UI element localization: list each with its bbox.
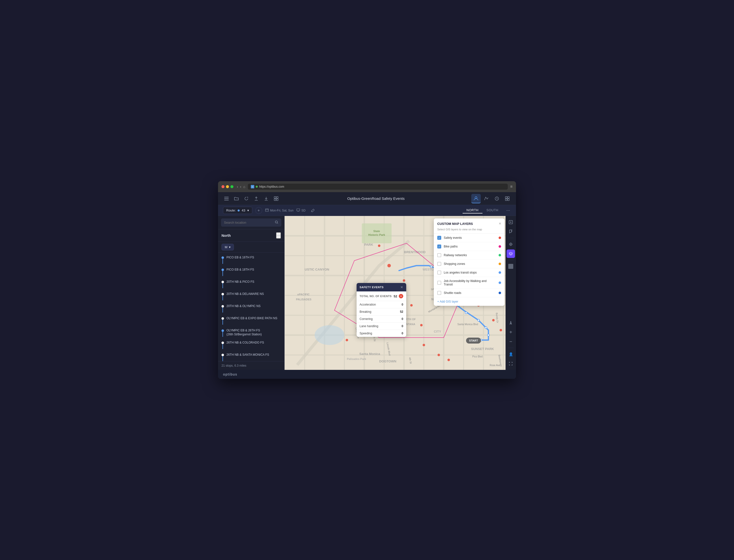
upload-btn[interactable] [252, 194, 261, 203]
location-tool-btn[interactable] [507, 240, 515, 248]
tab-north[interactable]: NORTH [463, 207, 483, 213]
stop-dot [221, 269, 224, 271]
browser-menu-btn[interactable]: ≡ [510, 184, 513, 189]
layer-item[interactable]: Safety events [434, 234, 505, 242]
layer-item[interactable]: Bike paths [434, 242, 505, 251]
person-tool-btn[interactable] [471, 194, 481, 203]
toolbar-left [222, 194, 280, 203]
stop-item[interactable]: OLYMPIC EB & 26TH FS(26th St/Bergamot St… [218, 327, 284, 339]
svg-text:Historic Park: Historic Park [368, 233, 386, 236]
stop-item[interactable]: 20TH NB & OLYMPIC NS [218, 302, 284, 315]
safety-popup-close-btn[interactable]: ✕ [400, 285, 403, 289]
stop-item[interactable]: PICO EB & 16TH FS [218, 254, 284, 266]
layer-checkbox[interactable] [437, 253, 441, 257]
layer-checkbox[interactable] [437, 281, 441, 285]
stop-item[interactable]: PICO EB & 18TH FS [218, 266, 284, 278]
stop-item[interactable]: OLYMPIC EB & EXPO BIKE PATH NS [218, 315, 284, 327]
toolbar-right [471, 194, 512, 203]
url-bar[interactable]: O https://optibus.com [248, 184, 508, 190]
settings-btn[interactable] [272, 194, 280, 203]
download-btn[interactable] [262, 194, 271, 203]
more-options-btn[interactable]: ··· [505, 208, 511, 213]
svg-text:DOGTOWN: DOGTOWN [379, 359, 396, 363]
svg-text:PARK: PARK [364, 243, 373, 246]
route-selector[interactable]: Route: 43 ▾ [223, 207, 252, 214]
add-route-btn[interactable]: + [255, 207, 262, 214]
layer-checkbox[interactable] [437, 245, 441, 248]
sub-toolbar: Route: 43 ▾ + Mon-Fri, Sat, Sun [218, 205, 516, 216]
map-area[interactable]: State Historic Park USTIC CANYON oPACIFI… [284, 216, 516, 370]
browser-window: ‹ › ⌂ O https://optibus.com ≡ [218, 181, 516, 379]
stop-item[interactable]: 20TH NB & PICO FS [218, 278, 284, 290]
layer-item[interactable]: Railway networks [434, 251, 505, 260]
expand-tool-btn[interactable] [507, 218, 515, 226]
hamburger-btn[interactable] [222, 194, 231, 203]
fullscreen-btn[interactable] [507, 359, 515, 368]
svg-point-87 [423, 344, 425, 346]
search-input-wrap[interactable] [221, 218, 281, 227]
search-input[interactable] [224, 221, 273, 224]
stop-item[interactable]: 26TH NB & SANTA MONICA FS [218, 351, 284, 361]
layer-checkbox[interactable] [437, 236, 441, 240]
mode-btn[interactable]: M ▾ [221, 244, 234, 250]
svg-point-81 [500, 329, 502, 331]
svg-rect-0 [224, 197, 229, 197]
svg-point-38 [314, 325, 344, 345]
close-window-btn[interactable] [221, 185, 224, 188]
satellite-tool-btn[interactable] [507, 262, 515, 271]
url-text: https://optibus.com [259, 185, 284, 188]
stop-item[interactable]: 20TH NB & DELAWARE NS [218, 290, 284, 302]
layer-checkbox[interactable] [437, 271, 441, 275]
layers-header: CUSTOM MAP LAYERS × [434, 218, 505, 228]
layer-item[interactable]: Job Accessibility by Walking and Transit [434, 277, 505, 289]
left-panel: North ··· M ▾ PICO EB & 16TH FS PICO EB … [218, 216, 284, 370]
svg-point-72 [403, 279, 405, 282]
folder-btn[interactable] [232, 194, 241, 203]
svg-text:State: State [374, 230, 380, 233]
layer-checkbox[interactable] [437, 291, 441, 295]
refresh-btn[interactable] [242, 194, 251, 203]
forward-btn[interactable]: › [240, 185, 241, 189]
layers-close-btn[interactable]: × [499, 221, 501, 226]
navigate-tool-btn[interactable] [507, 318, 515, 327]
window-controls [221, 185, 233, 188]
back-btn[interactable]: ‹ [237, 185, 238, 189]
event-name: Acceleration [359, 303, 376, 306]
layer-color-dot [499, 237, 501, 239]
tab-south[interactable]: SOUTH [483, 207, 502, 213]
stop-item[interactable]: 26TH NB & COLORADO FS [218, 339, 284, 351]
zoom-in-btn[interactable]: + [507, 328, 515, 336]
clock-tool-btn[interactable] [492, 194, 502, 203]
clear-filter-btn[interactable]: ✕ [399, 294, 403, 298]
maximize-window-btn[interactable] [230, 185, 233, 188]
layer-name: Bike paths [444, 245, 496, 248]
layers-tool-btn[interactable] [507, 249, 515, 258]
paint-btn[interactable] [308, 206, 317, 215]
svg-point-84 [410, 304, 413, 307]
street-view-btn[interactable]: 👤 [507, 350, 515, 358]
layer-checkbox[interactable] [437, 262, 441, 266]
layer-item[interactable]: Los angeles transit stops [434, 268, 505, 277]
svg-point-92 [345, 339, 348, 341]
zoom-out-btn[interactable]: − [507, 337, 515, 346]
browser-navigation: ‹ › ⌂ [237, 185, 245, 189]
safety-popup-total: TOTAL NO. OF EVENTS 52 ✕ [356, 291, 406, 301]
add-gis-layer-btn[interactable]: + Add GIS layer [434, 297, 505, 306]
layer-item[interactable]: Shopping zones [434, 260, 505, 268]
panel-more-btn[interactable]: ··· [276, 232, 281, 239]
stop-line [221, 256, 224, 264]
flag-tool-btn[interactable] [507, 227, 515, 236]
search-box [218, 216, 284, 229]
layer-name: Shuttle roads [444, 291, 496, 295]
stop-line [221, 317, 224, 325]
svg-text:Santa Monica: Santa Monica [359, 352, 381, 356]
home-btn[interactable]: ⌂ [243, 185, 245, 189]
grid-tool-btn[interactable] [503, 194, 512, 203]
stop-name: PICO EB & 18TH FS [226, 268, 254, 272]
event-value: 52 [400, 310, 403, 314]
safety-event-row: Speeding 0 [356, 330, 406, 337]
stop-name: OLYMPIC EB & EXPO BIKE PATH NS [226, 316, 277, 320]
route-tool-btn[interactable] [482, 194, 491, 203]
layer-item[interactable]: Shuttle roads [434, 289, 505, 297]
minimize-window-btn[interactable] [226, 185, 229, 188]
